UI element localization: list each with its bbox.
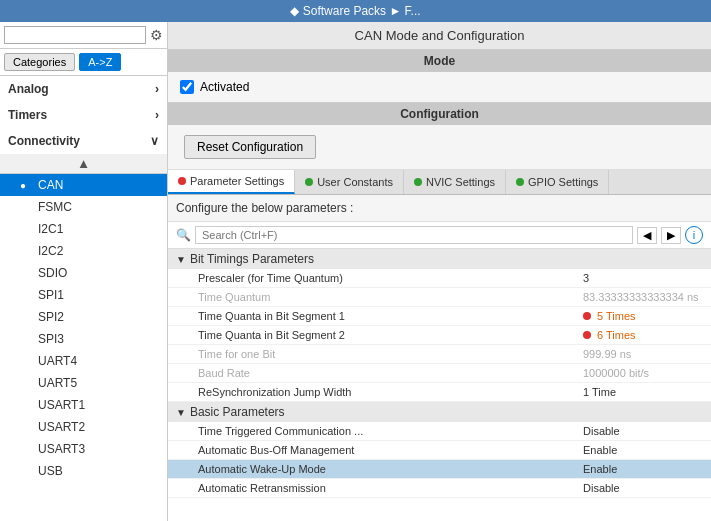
search-input[interactable] [195, 226, 633, 244]
param-seg1-value[interactable]: 5 Times [583, 310, 703, 322]
user-constants-label: User Constants [317, 176, 393, 188]
connectivity-arrow-icon: ∨ [150, 134, 159, 148]
tab-user-constants[interactable]: User Constants [295, 170, 404, 194]
param-timetriggered-name: Time Triggered Communication ... [198, 425, 583, 437]
usart1-label: USART1 [38, 398, 85, 412]
sidebar: ⚙ Categories A->Z Analog › Timers › Conn… [0, 22, 168, 521]
analog-arrow-icon: › [155, 82, 159, 96]
tab-gpio-settings[interactable]: GPIO Settings [506, 170, 609, 194]
tab-nvic-settings[interactable]: NVIC Settings [404, 170, 506, 194]
table-row: Automatic Bus-Off Management Enable [168, 441, 711, 460]
config-section: Reset Configuration Parameter Settings U… [168, 125, 711, 521]
param-seg1-name: Time Quanta in Bit Segment 1 [198, 310, 583, 322]
sidebar-list: Analog › Timers › Connectivity ∨ ▲ ● CAN [0, 76, 167, 521]
seg2-value-text: 6 Times [597, 329, 636, 341]
search-prev-button[interactable]: ◀ [637, 227, 657, 244]
param-timeforonebit-value: 999.99 ns [583, 348, 703, 360]
sidebar-item-uart5[interactable]: UART5 [0, 372, 167, 394]
gear-icon[interactable]: ⚙ [150, 27, 163, 43]
table-row: Time Quanta in Bit Segment 1 5 Times [168, 307, 711, 326]
spi1-label: SPI1 [38, 288, 64, 302]
sidebar-category-connectivity[interactable]: Connectivity ∨ [0, 128, 167, 154]
sidebar-category-timers[interactable]: Timers › [0, 102, 167, 128]
sidebar-item-spi2[interactable]: SPI2 [0, 306, 167, 328]
sidebar-tabs: Categories A->Z [0, 49, 167, 76]
param-timequantum-name: Time Quantum [198, 291, 583, 303]
param-timequantum-value: 83.33333333333334 ns [583, 291, 703, 303]
search-next-button[interactable]: ▶ [661, 227, 681, 244]
seg1-dot-icon [583, 312, 591, 320]
param-timeforonebit-name: Time for one Bit [198, 348, 583, 360]
table-row: Prescaler (for Time Quantum) 3 [168, 269, 711, 288]
reset-configuration-button[interactable]: Reset Configuration [184, 135, 316, 159]
sidebar-category-analog[interactable]: Analog › [0, 76, 167, 102]
usart2-label: USART2 [38, 420, 85, 434]
activated-checkbox[interactable] [180, 80, 194, 94]
param-timetriggered-value[interactable]: Disable [583, 425, 703, 437]
param-autowakeup-value[interactable]: Enable [583, 463, 703, 475]
table-row: Time Quantum 83.33333333333334 ns [168, 288, 711, 307]
nvic-settings-dot-icon [414, 178, 422, 186]
info-button[interactable]: i [685, 226, 703, 244]
sdio-label: SDIO [38, 266, 67, 280]
az-tab[interactable]: A->Z [79, 53, 121, 71]
table-row-highlighted[interactable]: Automatic Wake-Up Mode Enable [168, 460, 711, 479]
table-row: Time Quanta in Bit Segment 2 6 Times [168, 326, 711, 345]
param-prescaler-value[interactable]: 3 [583, 272, 703, 284]
tab-parameter-settings[interactable]: Parameter Settings [168, 170, 295, 194]
param-autoretrans-name: Automatic Retransmission [198, 482, 583, 494]
sidebar-item-spi3[interactable]: SPI3 [0, 328, 167, 350]
param-baudrate-name: Baud Rate [198, 367, 583, 379]
sidebar-item-fsmc[interactable]: FSMC [0, 196, 167, 218]
sidebar-search-input[interactable] [4, 26, 146, 44]
nvic-settings-label: NVIC Settings [426, 176, 495, 188]
table-row: Time Triggered Communication ... Disable [168, 422, 711, 441]
table-row: ReSynchronization Jump Width 1 Time [168, 383, 711, 402]
fsmc-label: FSMC [38, 200, 72, 214]
config-tabs-row: Parameter Settings User Constants NVIC S… [168, 170, 711, 195]
i2c2-label: I2C2 [38, 244, 63, 258]
sidebar-search-row: ⚙ [0, 22, 167, 49]
scroll-up-button[interactable]: ▲ [0, 154, 167, 174]
uart4-label: UART4 [38, 354, 77, 368]
param-resync-name: ReSynchronization Jump Width [198, 386, 583, 398]
param-baudrate-value: 1000000 bit/s [583, 367, 703, 379]
mode-section: Activated [168, 72, 711, 103]
param-autobit-value[interactable]: Enable [583, 444, 703, 456]
analog-label: Analog [8, 82, 49, 96]
param-seg2-name: Time Quanta in Bit Segment 2 [198, 329, 583, 341]
param-seg2-value[interactable]: 6 Times [583, 329, 703, 341]
timers-label: Timers [8, 108, 47, 122]
gpio-settings-dot-icon [516, 178, 524, 186]
usb-label: USB [38, 464, 63, 478]
sidebar-item-i2c2[interactable]: I2C2 [0, 240, 167, 262]
sidebar-item-sdio[interactable]: SDIO [0, 262, 167, 284]
basic-params-label: Basic Parameters [190, 405, 285, 419]
can-active-icon: ● [20, 180, 34, 191]
user-constants-dot-icon [305, 178, 313, 186]
param-autoretrans-value[interactable]: Disable [583, 482, 703, 494]
group-bit-timings[interactable]: ▼ Bit Timings Parameters [168, 249, 711, 269]
connectivity-label: Connectivity [8, 134, 80, 148]
table-row: Automatic Retransmission Disable [168, 479, 711, 498]
activated-checkbox-label[interactable]: Activated [180, 80, 699, 94]
param-resync-value[interactable]: 1 Time [583, 386, 703, 398]
sidebar-item-uart4[interactable]: UART4 [0, 350, 167, 372]
group-basic-params[interactable]: ▼ Basic Parameters [168, 402, 711, 422]
seg2-dot-icon [583, 331, 591, 339]
sidebar-item-usart1[interactable]: USART1 [0, 394, 167, 416]
categories-tab[interactable]: Categories [4, 53, 75, 71]
table-row: Baud Rate 1000000 bit/s [168, 364, 711, 383]
i2c1-label: I2C1 [38, 222, 63, 236]
seg1-value-text: 5 Times [597, 310, 636, 322]
sidebar-item-usart2[interactable]: USART2 [0, 416, 167, 438]
sidebar-item-usb[interactable]: USB [0, 460, 167, 482]
table-row: Time for one Bit 999.99 ns [168, 345, 711, 364]
sidebar-item-can[interactable]: ● CAN [0, 174, 167, 196]
param-prescaler-name: Prescaler (for Time Quantum) [198, 272, 583, 284]
sidebar-item-spi1[interactable]: SPI1 [0, 284, 167, 306]
timers-arrow-icon: › [155, 108, 159, 122]
sidebar-item-i2c1[interactable]: I2C1 [0, 218, 167, 240]
search-icon: 🔍 [176, 228, 191, 242]
sidebar-item-usart3[interactable]: USART3 [0, 438, 167, 460]
